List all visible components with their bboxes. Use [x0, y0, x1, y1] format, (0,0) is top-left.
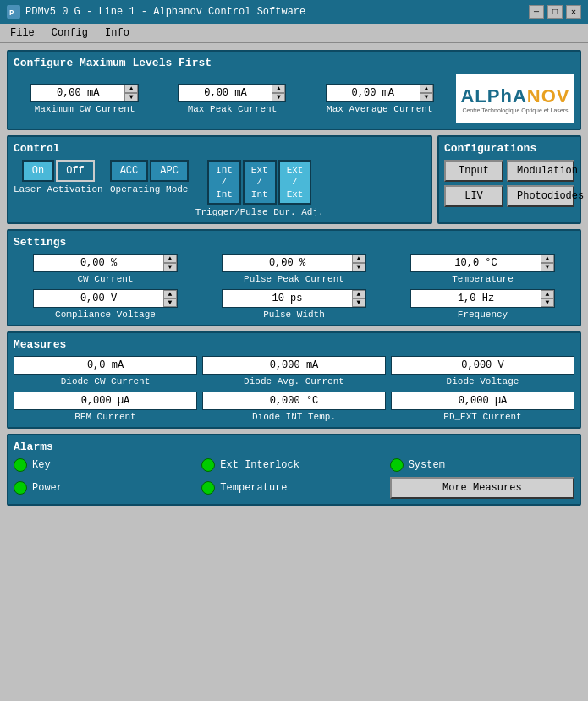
- diode-voltage-value: 0,000 V: [391, 356, 574, 375]
- max-cw-current-down[interactable]: ▼: [124, 93, 138, 101]
- frequency-down[interactable]: ▼: [541, 298, 554, 307]
- config-input-button[interactable]: Input: [444, 160, 503, 182]
- trig-ext-int-button[interactable]: Ext / Int: [243, 160, 277, 205]
- pulse-width-input[interactable]: [223, 290, 352, 307]
- max-levels-panel: Configure Maximum Levels First ▲ ▼ Maxim…: [7, 50, 581, 130]
- configurations-panel: Configurations Input Modulation LIV Phot…: [437, 135, 581, 224]
- more-measures-cell: More Measures: [390, 477, 574, 499]
- pulse-peak-group: ▲ ▼ Pulse Peak Current: [202, 254, 386, 284]
- laser-activation-section: On Off Laser Activation: [14, 160, 103, 194]
- menu-config[interactable]: Config: [48, 26, 91, 40]
- main-content: Configure Maximum Levels First ▲ ▼ Maxim…: [0, 43, 588, 512]
- config-photodiodes-button[interactable]: Photodiodes: [507, 185, 574, 207]
- temperature-up[interactable]: ▲: [541, 255, 554, 263]
- close-button[interactable]: ✕: [566, 5, 581, 19]
- compliance-down[interactable]: ▼: [163, 298, 177, 307]
- max-avg-current-up[interactable]: ▲: [420, 85, 433, 93]
- max-peak-current-up[interactable]: ▲: [272, 85, 285, 93]
- alarm-key: Key: [14, 458, 198, 472]
- trig-int-int-button[interactable]: Int / Int: [207, 160, 241, 205]
- pulse-peak-label: Pulse Peak Current: [244, 274, 344, 284]
- max-avg-current-down[interactable]: ▼: [420, 93, 433, 101]
- max-avg-current-btns[interactable]: ▲ ▼: [420, 85, 433, 101]
- bfm-current-box: 0,000 µA BFM Current: [14, 392, 197, 422]
- temperature-spinbox[interactable]: ▲ ▼: [410, 254, 555, 272]
- measures-row-2: 0,000 µA BFM Current 0,000 °C Diode INT …: [14, 392, 574, 422]
- mode-btn-group: ACC APC: [110, 160, 189, 182]
- pulse-peak-down[interactable]: ▼: [352, 263, 365, 271]
- alarm-system-label: System: [409, 459, 445, 471]
- cw-current-input[interactable]: [34, 255, 163, 271]
- cw-current-up[interactable]: ▲: [163, 255, 177, 263]
- temperature-down[interactable]: ▼: [541, 263, 554, 271]
- frequency-group: ▲ ▼ Frequency: [391, 289, 574, 320]
- cw-current-down[interactable]: ▼: [163, 263, 177, 271]
- pulse-width-spinbox[interactable]: ▲ ▼: [222, 289, 366, 308]
- max-peak-current-btns[interactable]: ▲ ▼: [272, 85, 285, 101]
- alphanov-logo: ALPhA NOV Centre Technologique Optique e…: [456, 74, 574, 123]
- cw-current-spinbox[interactable]: ▲ ▼: [33, 254, 178, 272]
- alarms-row-2: Power Temperature More Measures: [14, 477, 574, 499]
- max-cw-current-btns[interactable]: ▲ ▼: [124, 85, 138, 101]
- config-liv-button[interactable]: LIV: [444, 185, 503, 207]
- max-peak-current-input[interactable]: [179, 85, 272, 101]
- app-icon: P: [7, 5, 20, 19]
- max-avg-current-label: Max Average Current: [327, 104, 432, 114]
- compliance-up[interactable]: ▲: [163, 290, 177, 298]
- control-panel: Control On Off Laser Activation ACC APC: [7, 135, 432, 224]
- pulse-peak-input[interactable]: [223, 255, 352, 271]
- max-avg-current-input[interactable]: [327, 85, 420, 101]
- max-peak-current-down[interactable]: ▼: [272, 93, 285, 101]
- max-cw-current-up[interactable]: ▲: [124, 85, 138, 93]
- maximize-button[interactable]: □: [547, 5, 563, 19]
- max-peak-current-group: ▲ ▼ Max Peak Current: [161, 84, 303, 114]
- menu-info[interactable]: Info: [102, 26, 133, 40]
- max-cw-current-input[interactable]: [31, 85, 124, 101]
- laser-off-button[interactable]: Off: [56, 160, 95, 182]
- cw-current-label: CW Current: [77, 274, 133, 284]
- alarm-ext-interlock-label: Ext Interlock: [220, 459, 299, 471]
- pd-ext-current-label: PD_EXT Current: [443, 412, 521, 422]
- max-cw-current-spinbox[interactable]: ▲ ▼: [30, 84, 139, 102]
- more-measures-button[interactable]: More Measures: [390, 477, 574, 499]
- temperature-input[interactable]: [411, 255, 541, 271]
- alarm-key-label: Key: [32, 459, 51, 471]
- mode-apc-button[interactable]: APC: [150, 160, 189, 182]
- pulse-width-down[interactable]: ▼: [352, 298, 365, 307]
- pulse-peak-up[interactable]: ▲: [352, 255, 365, 263]
- config-modulation-button[interactable]: Modulation: [507, 160, 574, 182]
- pd-ext-current-box: 0,000 µA PD_EXT Current: [391, 392, 574, 422]
- alarm-temperature-label: Temperature: [220, 482, 287, 494]
- max-levels-title: Configure Maximum Levels First: [14, 57, 574, 69]
- diode-avg-current-box: 0,000 mA Diode Avg. Current: [202, 356, 386, 386]
- frequency-up[interactable]: ▲: [541, 290, 554, 298]
- menu-file[interactable]: File: [7, 26, 38, 40]
- window-controls: ─ □ ✕: [529, 5, 581, 19]
- alarm-ext-interlock-led: [201, 458, 215, 472]
- compliance-spinbox[interactable]: ▲ ▼: [33, 289, 178, 308]
- cw-current-group: ▲ ▼ CW Current: [14, 254, 197, 284]
- frequency-spinbox[interactable]: ▲ ▼: [410, 289, 555, 308]
- compliance-input[interactable]: [34, 290, 163, 307]
- compliance-label: Compliance Voltage: [55, 309, 156, 320]
- alarm-system-led: [390, 458, 404, 472]
- svg-text:P: P: [9, 9, 14, 18]
- max-peak-current-spinbox[interactable]: ▲ ▼: [178, 84, 286, 102]
- config-row-2: LIV Photodiodes: [444, 185, 574, 207]
- title-bar: P PDMv5 0 G - Line 1 - Alphanov Control …: [0, 0, 588, 24]
- temperature-group: ▲ ▼ Temperature: [391, 254, 574, 284]
- diode-cw-current-box: 0,0 mA Diode CW Current: [14, 356, 197, 386]
- max-avg-current-spinbox[interactable]: ▲ ▼: [326, 84, 434, 102]
- frequency-label: Frequency: [458, 309, 508, 320]
- config-row-1: Input Modulation: [444, 160, 574, 182]
- frequency-input[interactable]: [411, 290, 541, 307]
- trig-ext-ext-button[interactable]: Ext / Ext: [278, 160, 312, 205]
- pulse-peak-spinbox[interactable]: ▲ ▼: [222, 254, 366, 272]
- logo-subtitle: Centre Technologique Optique et Lasers: [462, 107, 568, 113]
- pulse-width-up[interactable]: ▲: [352, 290, 365, 298]
- laser-on-button[interactable]: On: [22, 160, 54, 182]
- settings-row-2: ▲ ▼ Compliance Voltage ▲ ▼ Pulse Width: [14, 289, 574, 320]
- minimize-button[interactable]: ─: [529, 5, 544, 19]
- diode-cw-current-label: Diode CW Current: [61, 376, 151, 386]
- mode-acc-button[interactable]: ACC: [110, 160, 149, 182]
